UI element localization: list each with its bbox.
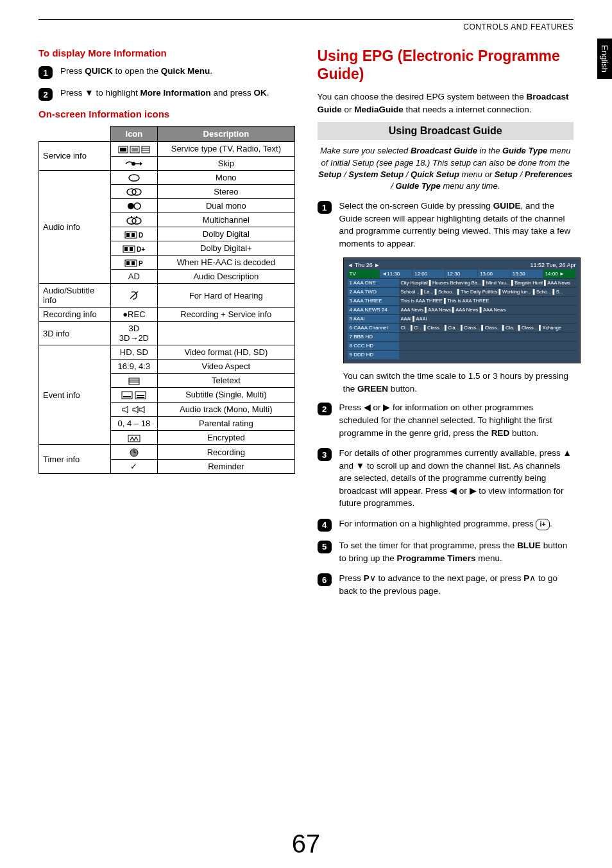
step-badge-2: 2 (318, 403, 332, 415)
svg-rect-6 (142, 146, 149, 153)
svg-rect-23 (132, 233, 135, 237)
page-number: 67 (0, 829, 612, 858)
table-row: Timer infoRecording (39, 445, 295, 460)
th-desc: Description (158, 126, 294, 142)
dolby-dplus-icon: D+ (110, 241, 158, 256)
th-icon: Icon (110, 126, 158, 142)
svg-marker-44 (139, 406, 144, 413)
right-step-2: 2 Press ◀ or ▶ for information on other … (318, 401, 574, 439)
right-step-1-text: Select the on-screen Guide by pressing G… (339, 200, 574, 250)
heading-more-info: To display More Information (38, 48, 295, 58)
clock-icon (110, 445, 158, 460)
svg-point-16 (134, 203, 140, 209)
svg-point-17 (127, 218, 136, 224)
ear-icon (110, 284, 158, 308)
ad-text: AD (110, 270, 158, 284)
svg-rect-40 (137, 395, 144, 396)
svg-text:P: P (139, 260, 143, 267)
left-step-2-text: Press ▼ to highlight More Information an… (60, 87, 269, 100)
svg-marker-11 (140, 162, 142, 166)
rec-icon: ●REC (110, 308, 158, 322)
right-step-3: 3 For details of other programmes curren… (318, 447, 574, 510)
right-step-5: 5 To set the timer for that programme, p… (318, 539, 574, 564)
step-badge-5: 5 (318, 541, 332, 553)
left-step-1: 1 Press QUICK to open the Quick Menu. (38, 65, 295, 79)
subtitle-icon (110, 388, 158, 403)
language-tab: English (597, 39, 612, 79)
svg-point-13 (127, 189, 136, 195)
dolby-d-icon: D (110, 227, 158, 241)
svg-point-19 (131, 216, 132, 218)
icons-table: Icon Description Service infoService typ… (38, 126, 295, 474)
right-step-1: 1 Select the on-screen Guide by pressing… (318, 200, 574, 250)
multichannel-icon (110, 213, 158, 227)
dual-mono-icon (110, 198, 158, 213)
step-badge-1: 1 (38, 66, 53, 79)
table-row: Audio/Subtitle infoFor Hard of Hearing (39, 284, 295, 308)
encrypted-icon (110, 431, 158, 445)
svg-point-9 (132, 162, 135, 166)
step-badge-3: 3 (318, 448, 332, 461)
table-row: Event infoHD, SDVideo format (HD, SD) (39, 345, 295, 360)
svg-text:D+: D+ (137, 246, 145, 253)
step-badge-6: 6 (318, 573, 332, 586)
right-step-4-text: For information on a highlighted program… (339, 517, 552, 530)
right-step-6: 6 Press P∨ to advance to the next page, … (318, 572, 574, 597)
mono-icon (110, 170, 158, 184)
skip-icon (110, 156, 158, 170)
svg-point-12 (129, 175, 139, 181)
left-step-1-text: Press QUICK to open the Quick Menu. (60, 65, 212, 78)
svg-rect-1 (120, 148, 126, 152)
svg-rect-38 (123, 396, 131, 397)
dolby-p-icon: P (110, 256, 158, 270)
step-badge-1: 1 (318, 201, 332, 214)
svg-point-20 (136, 216, 137, 218)
left-column: To display More Information 1 Press QUIC… (38, 48, 295, 605)
svg-marker-43 (133, 406, 138, 413)
info-button-icon: i+ (536, 519, 549, 530)
tv-icon (110, 142, 158, 157)
header-rule (38, 19, 574, 20)
epg-intro: You can choose the desired EPG system be… (318, 91, 574, 116)
svg-point-18 (132, 218, 141, 224)
teletext-icon (110, 374, 158, 388)
stereo-icon (110, 184, 158, 198)
epg-screenshot: ◄ Thu 26 ►11:52 Tue, 26 Apr TV ◄11:3012:… (343, 257, 581, 363)
check-icon: ✓ (110, 459, 158, 473)
step-badge-4: 4 (318, 519, 332, 532)
right-step-6-text: Press P∨ to advance to the next page, or… (339, 572, 574, 597)
svg-rect-34 (129, 378, 139, 385)
svg-rect-22 (126, 233, 130, 237)
svg-rect-41 (137, 397, 144, 398)
svg-point-15 (128, 203, 134, 209)
table-row: Recording info●RECRecording + Service in… (39, 308, 295, 322)
heading-epg: Using EPG (Electronic Programme Guide) (318, 48, 574, 83)
svg-rect-37 (122, 392, 132, 399)
right-column: Using EPG (Electronic Programme Guide) Y… (318, 48, 574, 605)
svg-point-14 (132, 189, 141, 195)
right-step-4: 4 For information on a highlighted progr… (318, 517, 574, 532)
right-step-2-text: Press ◀ or ▶ for information on other pr… (339, 401, 574, 439)
svg-text:D: D (139, 232, 143, 239)
svg-rect-26 (124, 247, 128, 251)
subheading-broadcast: Using Broadcast Guide (318, 122, 574, 140)
speaker-icon (110, 402, 158, 417)
after-img-note: You can switch the time scale to 1.5 or … (343, 370, 574, 395)
right-step-3-text: For details of other programmes currentl… (339, 447, 574, 510)
step-badge-2: 2 (38, 88, 53, 101)
svg-marker-42 (123, 406, 128, 413)
svg-rect-31 (132, 261, 135, 265)
header-section: CONTROLS AND FEATURES (38, 22, 574, 31)
table-row: Audio infoMono (39, 170, 295, 184)
broadcast-note: Make sure you selected Broadcast Guide i… (318, 145, 574, 192)
left-step-2: 2 Press ▼ to highlight More Information … (38, 87, 295, 101)
table-row: 3D info3D3D→2D (39, 322, 295, 345)
svg-rect-30 (126, 261, 130, 265)
svg-rect-27 (130, 247, 133, 251)
table-row: Service infoService type (TV, Radio, Tex… (39, 142, 295, 157)
heading-icons: On-screen Information icons (38, 108, 295, 119)
right-step-5-text: To set the timer for that programme, pre… (339, 539, 574, 564)
